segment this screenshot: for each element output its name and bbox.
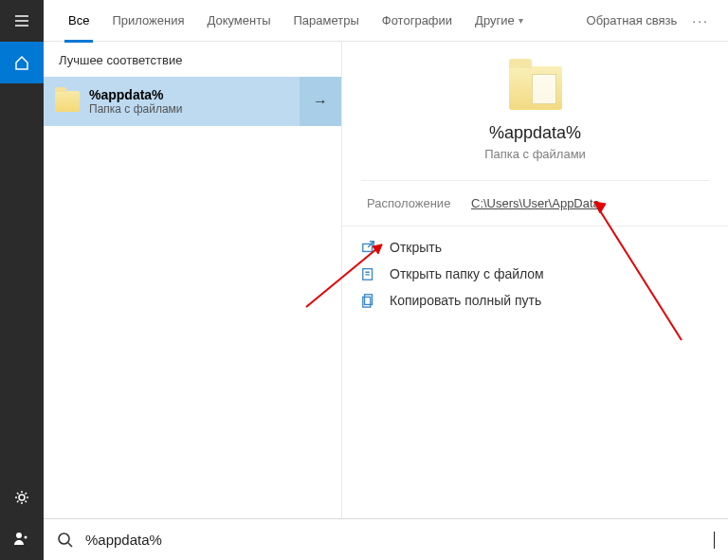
main-area: Все Приложения Документы Параметры Фотог… <box>44 0 728 560</box>
tab-other-label: Другие <box>475 13 515 27</box>
svg-point-11 <box>59 533 69 544</box>
svg-point-0 <box>19 495 25 500</box>
results-list: Лучшее соответствие %appdata% Папка с фа… <box>44 42 341 518</box>
home-button[interactable] <box>0 42 44 83</box>
svg-point-2 <box>25 536 27 539</box>
preview-title: %appdata% <box>342 123 728 143</box>
arrow-right-icon: → <box>313 93 328 110</box>
tab-all[interactable]: Все <box>57 0 100 42</box>
tab-photos[interactable]: Фотографии <box>371 0 464 42</box>
result-expand-button[interactable]: → <box>300 77 341 126</box>
tab-apps[interactable]: Приложения <box>100 0 195 42</box>
action-copy-path-label: Копировать полный путь <box>390 293 541 308</box>
left-rail <box>0 0 44 560</box>
home-icon <box>13 54 30 71</box>
result-subtitle: Папка с файлами <box>89 102 183 116</box>
action-open-folder[interactable]: Открыть папку с файлом <box>361 266 709 281</box>
gear-icon <box>13 489 30 506</box>
result-item[interactable]: %appdata% Папка с файлами → <box>44 77 341 126</box>
more-button[interactable]: ··· <box>686 13 715 28</box>
tab-settings[interactable]: Параметры <box>282 0 370 42</box>
text-caret <box>714 532 715 549</box>
settings-button[interactable] <box>0 477 44 518</box>
search-bar[interactable]: %appdata% <box>44 518 728 560</box>
filter-tabs: Все Приложения Документы Параметры Фотог… <box>44 0 728 42</box>
section-title-best-match: Лучшее соответствие <box>44 42 341 77</box>
action-open[interactable]: Открыть <box>361 240 709 255</box>
search-input[interactable]: %appdata% <box>85 532 702 548</box>
hamburger-menu[interactable] <box>0 0 44 42</box>
chevron-down-icon: ▾ <box>519 15 523 26</box>
preview-panel: %appdata% Папка с файлами Расположение C… <box>341 42 728 518</box>
folder-icon <box>55 91 80 112</box>
preview-subtitle: Папка с файлами <box>361 147 709 181</box>
accounts-button[interactable] <box>0 518 44 560</box>
copy-icon <box>361 293 376 308</box>
location-label: Расположение <box>367 196 471 210</box>
open-icon <box>361 240 376 255</box>
preview-location-row: Расположение C:\Users\User\AppData <box>342 181 728 226</box>
action-copy-path[interactable]: Копировать полный путь <box>361 293 709 308</box>
person-icon <box>13 531 30 548</box>
hamburger-icon <box>13 12 30 29</box>
search-icon <box>57 532 74 549</box>
svg-point-1 <box>16 533 22 538</box>
location-path-link[interactable]: C:\Users\User\AppData <box>471 196 600 210</box>
feedback-link[interactable]: Обратная связь <box>587 13 678 27</box>
result-title: %appdata% <box>89 87 183 102</box>
open-folder-icon <box>361 266 376 281</box>
action-open-folder-label: Открыть папку с файлом <box>390 266 544 281</box>
tab-other[interactable]: Другие ▾ <box>464 0 535 42</box>
action-open-label: Открыть <box>390 240 442 255</box>
tab-documents[interactable]: Документы <box>195 0 282 42</box>
folder-icon <box>509 66 562 110</box>
